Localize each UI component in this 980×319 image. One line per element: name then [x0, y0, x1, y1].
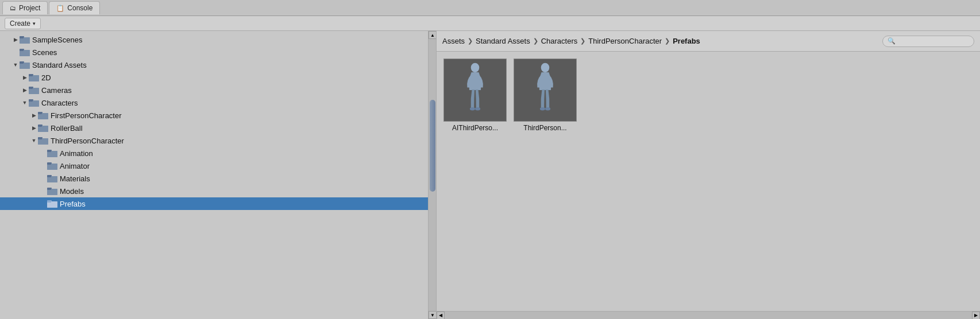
- folder-icon-cameras: [29, 86, 39, 94]
- tab-bar: 🗂 Project 📋 Console: [0, 0, 980, 16]
- svg-rect-15: [29, 75, 33, 76]
- asset-thumbnail-ai-third-person: [443, 59, 507, 122]
- svg-rect-51: [47, 188, 51, 190]
- svg-point-59: [541, 63, 550, 72]
- scroll-left-button[interactable]: ◀: [437, 312, 445, 320]
- asset-item-ai-third-person[interactable]: AIThirdPerso...: [443, 59, 507, 132]
- scroll-thumb[interactable]: [430, 100, 435, 192]
- folder-icon-prefabs: [47, 200, 57, 208]
- folder-icon-animator: [47, 162, 57, 170]
- breadcrumb-item-0[interactable]: Assets: [442, 37, 465, 45]
- breadcrumb-item-2[interactable]: Characters: [541, 37, 578, 45]
- tree-scroll[interactable]: SampleScenes Scenes Standard Assets 2D C…: [0, 31, 436, 319]
- search-input[interactable]: [898, 37, 967, 45]
- svg-rect-31: [38, 125, 42, 127]
- folder-icon-first-person: [38, 111, 48, 119]
- content-panel: Assets❯Standard Assets❯Characters❯ThirdP…: [437, 31, 980, 319]
- svg-rect-27: [38, 112, 42, 114]
- tab-project[interactable]: 🗂 Project: [2, 1, 48, 14]
- asset-item-third-person[interactable]: ThirdPerson...: [514, 59, 577, 132]
- tree-item-standard-assets[interactable]: Standard Assets: [0, 59, 436, 71]
- folder-icon-standard-assets: [20, 61, 30, 69]
- svg-rect-7: [20, 49, 24, 51]
- tree-label-rollerball: RollerBall: [51, 124, 83, 133]
- folder-icon-models: [47, 187, 57, 195]
- asset-grid: AIThirdPerso... ThirdPerson...: [437, 52, 980, 311]
- tree-item-animation[interactable]: Animation: [0, 147, 436, 160]
- tab-console[interactable]: 📋 Console: [49, 1, 100, 14]
- tree-arrow-2d: [21, 75, 29, 80]
- tree-item-third-person[interactable]: ThirdPersonCharacter: [0, 134, 436, 147]
- breadcrumb-item-4: Prefabs: [673, 37, 700, 45]
- folder-icon-animation: [47, 149, 57, 157]
- search-box[interactable]: 🔍: [882, 36, 974, 47]
- tree-label-sample-scenes: SampleScenes: [32, 36, 82, 44]
- folder-icon-rollerball: [38, 124, 48, 132]
- tree-label-models: Models: [60, 187, 84, 196]
- breadcrumb-sep-0: ❯: [468, 37, 473, 45]
- tree-item-scenes[interactable]: Scenes: [0, 46, 436, 59]
- tree-item-2d[interactable]: 2D: [0, 71, 436, 84]
- tree-item-characters[interactable]: Characters: [0, 96, 436, 109]
- folder-icon-scenes: [20, 48, 30, 56]
- tree-arrow-third-person: [30, 138, 38, 143]
- tree-label-standard-assets: Standard Assets: [32, 61, 87, 69]
- console-icon: 📋: [56, 5, 64, 12]
- scroll-up-button[interactable]: ▲: [429, 31, 437, 39]
- tree-item-cameras[interactable]: Cameras: [0, 84, 436, 96]
- breadcrumb-sep-1: ❯: [533, 37, 538, 45]
- svg-rect-19: [29, 87, 33, 89]
- tree-label-animator: Animator: [60, 162, 90, 170]
- breadcrumb: Assets❯Standard Assets❯Characters❯ThirdP…: [442, 37, 700, 45]
- tree-arrow-first-person: [30, 112, 38, 118]
- main-layout: SampleScenes Scenes Standard Assets 2D C…: [0, 31, 980, 319]
- tree-label-animation: Animation: [60, 149, 93, 158]
- toolbar: Create ▾: [0, 16, 980, 31]
- tree-label-characters: Characters: [41, 99, 78, 107]
- svg-rect-35: [38, 138, 42, 139]
- tree-item-prefabs[interactable]: Prefabs: [0, 197, 436, 210]
- scroll-right-button[interactable]: ▶: [972, 312, 980, 320]
- svg-point-56: [471, 63, 480, 72]
- asset-thumbnail-third-person: [514, 59, 577, 122]
- tree-label-cameras: Cameras: [41, 86, 72, 95]
- tree-arrow-cameras: [21, 87, 29, 93]
- svg-rect-47: [47, 176, 51, 177]
- breadcrumb-item-1[interactable]: Standard Assets: [476, 37, 530, 45]
- folder-icon-characters: [29, 99, 39, 107]
- breadcrumb-sep-3: ❯: [665, 37, 670, 45]
- project-icon: 🗂: [10, 5, 16, 11]
- tree-arrow-standard-assets: [11, 62, 20, 68]
- tree-label-2d: 2D: [41, 73, 51, 82]
- tree-item-materials[interactable]: Materials: [0, 172, 436, 185]
- tree-scrollbar: ▲ ▼: [428, 31, 436, 319]
- breadcrumb-item-3[interactable]: ThirdPersonCharacter: [588, 37, 662, 45]
- tab-console-label: Console: [67, 4, 92, 12]
- tree-panel: SampleScenes Scenes Standard Assets 2D C…: [0, 31, 437, 319]
- svg-rect-11: [20, 62, 24, 64]
- svg-point-58: [475, 107, 480, 110]
- asset-label-ai-third-person: AIThirdPerso...: [452, 124, 498, 132]
- svg-rect-55: [47, 201, 51, 203]
- create-button[interactable]: Create ▾: [5, 18, 41, 29]
- content-header: Assets❯Standard Assets❯Characters❯ThirdP…: [437, 31, 980, 52]
- tree-arrow-characters: [21, 100, 29, 106]
- horizontal-scrollbar: ◀ ▶: [437, 311, 980, 319]
- tree-item-sample-scenes[interactable]: SampleScenes: [0, 33, 436, 46]
- tree-item-animator[interactable]: Animator: [0, 160, 436, 172]
- folder-icon-materials: [47, 174, 57, 182]
- tree-label-scenes: Scenes: [32, 48, 57, 57]
- scroll-down-button[interactable]: ▼: [429, 311, 437, 319]
- h-scroll-track: [445, 312, 972, 320]
- tree-item-models[interactable]: Models: [0, 185, 436, 197]
- tree-label-prefabs: Prefabs: [60, 200, 86, 208]
- tree-item-rollerball[interactable]: RollerBall: [0, 122, 436, 134]
- tree-label-materials: Materials: [60, 174, 90, 183]
- tree-item-first-person[interactable]: FirstPersonCharacter: [0, 109, 436, 122]
- breadcrumb-sep-2: ❯: [580, 37, 585, 45]
- folder-icon-sample-scenes: [20, 36, 30, 44]
- tab-project-label: Project: [19, 4, 40, 12]
- tree-label-third-person: ThirdPersonCharacter: [51, 137, 124, 145]
- svg-point-60: [540, 107, 545, 110]
- folder-icon-third-person: [38, 137, 48, 145]
